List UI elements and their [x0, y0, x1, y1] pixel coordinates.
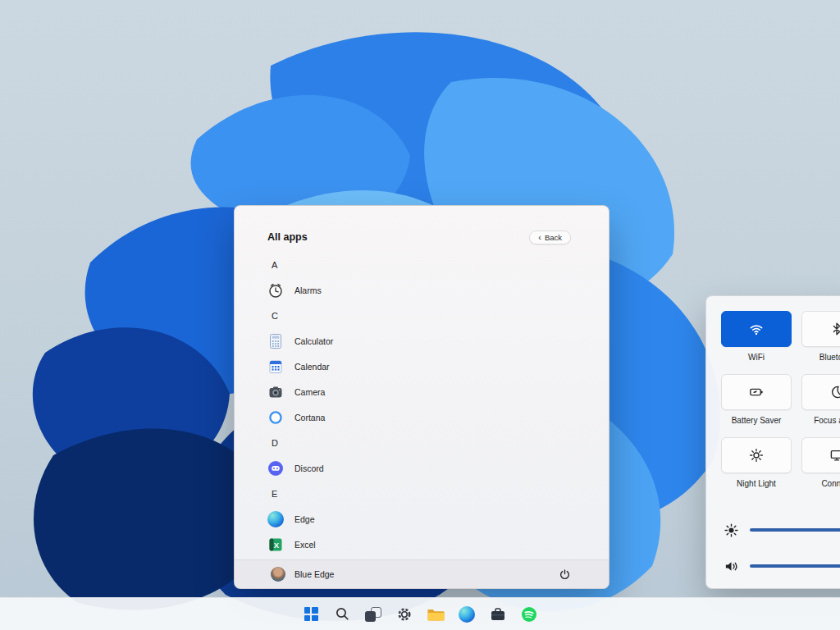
desktop: All apps ‹ Back A Alarms C — [0, 0, 840, 630]
quick-settings-panel: WiFi Bluetooth Battery — [705, 295, 840, 589]
brightness-sun-icon — [723, 522, 739, 538]
toggle-focus-assist: Focus assist — [801, 374, 840, 426]
focus-assist-label: Focus assist — [801, 416, 840, 426]
app-label: Cortana — [294, 413, 325, 422]
toggle-night-light: Night Light — [721, 437, 801, 489]
calendar-icon — [267, 358, 284, 375]
app-item-calculator[interactable]: Calculator — [267, 328, 609, 354]
app-label: Excel — [294, 540, 316, 550]
night-light-sun-icon — [748, 447, 765, 463]
wifi-toggle-button[interactable] — [721, 311, 792, 347]
toggle-battery-saver: Battery Saver — [721, 374, 801, 426]
app-item-excel[interactable]: X Excel — [267, 532, 609, 557]
user-profile[interactable]: Blue Edge — [271, 567, 334, 582]
app-label: Camera — [294, 387, 325, 397]
app-item-edge[interactable]: Edge — [267, 506, 609, 532]
focus-assist-toggle-button[interactable] — [801, 374, 840, 410]
calculator-icon — [267, 333, 284, 349]
bluetooth-label: Bluetooth — [801, 353, 840, 363]
taskbar-search-button[interactable] — [331, 604, 353, 625]
windows-start-icon — [304, 607, 318, 621]
volume-slider-row — [721, 548, 840, 584]
app-item-camera[interactable]: Camera — [267, 379, 609, 404]
app-label: Calculator — [294, 336, 333, 346]
app-label: Discord — [294, 463, 324, 473]
volume-slider[interactable] — [750, 564, 840, 568]
speaker-icon — [723, 558, 739, 574]
start-menu-header: All apps ‹ Back — [235, 206, 609, 249]
battery-saver-toggle-button[interactable] — [721, 374, 792, 410]
chevron-left-icon: ‹ — [538, 233, 541, 242]
app-label: Alarms — [294, 285, 322, 295]
alarm-clock-icon — [267, 282, 284, 299]
battery-saver-icon — [748, 384, 765, 400]
app-item-calendar[interactable]: Calendar — [267, 354, 609, 379]
section-letter-e[interactable]: E — [267, 481, 609, 506]
taskbar — [0, 597, 840, 630]
section-letter-d[interactable]: D — [267, 430, 609, 455]
toggle-connect: Connect — [801, 437, 840, 489]
power-icon — [559, 568, 571, 581]
connect-label: Connect — [801, 479, 840, 489]
night-light-label: Night Light — [721, 479, 792, 489]
edge-icon — [459, 606, 475, 623]
toggle-wifi: WiFi — [721, 311, 801, 363]
all-apps-title: All apps — [267, 231, 308, 243]
section-letter-a[interactable]: A — [267, 252, 609, 277]
quick-settings-grid: WiFi Bluetooth Battery — [721, 311, 840, 489]
power-button[interactable] — [556, 566, 573, 582]
folder-icon — [427, 607, 445, 622]
camera-icon — [267, 384, 284, 400]
taskbar-settings-button[interactable] — [394, 604, 415, 625]
focus-moon-icon — [829, 384, 840, 400]
taskbar-briefcase-button[interactable] — [487, 604, 509, 625]
briefcase-icon — [490, 607, 506, 622]
wifi-label: WiFi — [721, 353, 792, 363]
taskbar-task-view-button[interactable] — [363, 604, 384, 625]
bluetooth-icon — [829, 321, 840, 337]
app-label: Edge — [294, 514, 315, 524]
spotify-icon — [521, 606, 537, 623]
taskbar-start-button[interactable] — [300, 604, 322, 625]
wifi-icon — [748, 321, 765, 337]
taskbar-edge-button[interactable] — [456, 604, 477, 625]
search-icon — [335, 606, 350, 622]
back-button-label: Back — [545, 233, 562, 242]
connect-screen-icon — [829, 447, 840, 463]
app-label: Calendar — [294, 362, 330, 372]
user-name: Blue Edge — [294, 569, 334, 579]
discord-icon — [267, 460, 284, 477]
brightness-slider[interactable] — [750, 528, 840, 532]
app-item-cortana[interactable]: Cortana — [267, 404, 609, 430]
taskbar-spotify-button[interactable] — [518, 604, 540, 625]
bluetooth-toggle-button[interactable] — [801, 311, 840, 347]
svg-text:X: X — [274, 540, 280, 549]
night-light-toggle-button[interactable] — [721, 437, 792, 473]
section-letter-c[interactable]: C — [267, 303, 609, 328]
taskbar-file-explorer-button[interactable] — [425, 604, 446, 625]
back-button[interactable]: ‹ Back — [529, 231, 571, 244]
app-item-alarms[interactable]: Alarms — [267, 277, 609, 303]
brightness-slider-row — [721, 512, 840, 548]
all-apps-list: A Alarms C — [235, 249, 609, 559]
avatar — [271, 567, 285, 582]
start-menu-panel: All apps ‹ Back A Alarms C — [234, 205, 609, 589]
connect-toggle-button[interactable] — [801, 437, 840, 473]
app-item-discord[interactable]: Discord — [267, 455, 609, 481]
task-view-icon — [365, 607, 381, 622]
toggle-bluetooth: Bluetooth — [801, 311, 840, 363]
edge-icon — [267, 511, 284, 527]
start-menu-user-bar: Blue Edge — [235, 559, 609, 588]
excel-icon: X — [267, 536, 284, 553]
settings-gear-icon — [396, 606, 413, 623]
cortana-ring-icon — [267, 409, 284, 426]
battery-saver-label: Battery Saver — [721, 416, 792, 426]
